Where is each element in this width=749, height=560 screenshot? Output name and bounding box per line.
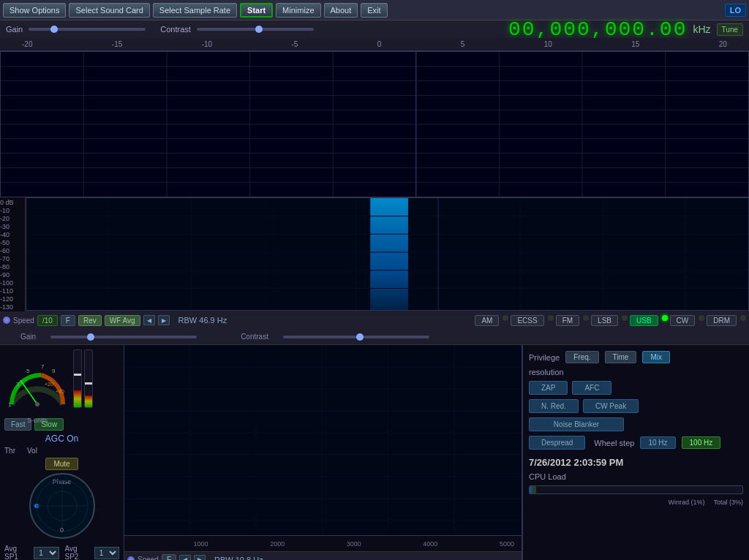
- gain-label2: Gain: [20, 333, 36, 341]
- afc-btn[interactable]: AFC: [572, 381, 611, 395]
- nred-btn[interactable]: N. Red.: [529, 399, 579, 413]
- despread-wheelstep-row: Despread Wheel step 10 Hz 100 Hz: [529, 436, 743, 450]
- left-panel: 1 3 5 7 9 +20 +40 S-units: [0, 345, 124, 560]
- contrast-slider-thumb[interactable]: [255, 26, 263, 33]
- noise-blanker-btn[interactable]: Noise Blanker: [529, 417, 624, 431]
- audio-filter-btn[interactable]: F: [162, 554, 176, 560]
- mode-drm[interactable]: DRM: [707, 315, 737, 326]
- audio-display: 1000 2000 3000 4000 5000 Speed F ◀ ▶ RBW…: [124, 345, 522, 560]
- freq-tick-m15: -15: [112, 40, 122, 48]
- audio-tick-4000: 4000: [423, 540, 437, 548]
- avg-sp2-select[interactable]: 1248: [94, 547, 119, 559]
- db-m120: -120: [0, 295, 23, 303]
- speed-knob[interactable]: [3, 317, 10, 324]
- noise-blanker-row: Noise Blanker: [529, 417, 743, 431]
- vbar1-thumb[interactable]: [73, 374, 82, 376]
- controls-row2: Gain Contrast: [0, 329, 749, 345]
- freq-btn[interactable]: Freq.: [565, 351, 598, 363]
- svg-text:9: 9: [52, 368, 56, 374]
- db-m100: -100: [0, 279, 23, 287]
- start-button[interactable]: Start: [240, 3, 273, 18]
- freq-scale-top: -20 -15 -10 -5 0 5 10 15 20: [0, 38, 749, 51]
- freq-display: 00,000,000.00 kHz Tune: [508, 18, 743, 41]
- gain-slider-thumb[interactable]: [50, 26, 58, 33]
- vbar2-thumb[interactable]: [84, 382, 93, 385]
- next-btn[interactable]: ▶: [158, 315, 170, 325]
- time-btn[interactable]: Time: [605, 351, 637, 363]
- svg-text:5: 5: [26, 368, 30, 374]
- lsb-led: [622, 315, 628, 321]
- lo-badge: LO: [725, 4, 746, 17]
- vbar1-fill: [74, 390, 81, 407]
- vbar2-fill: [85, 396, 92, 407]
- audio-tick-1000: 1000: [194, 540, 208, 548]
- audio-prev-btn[interactable]: ◀: [179, 555, 191, 561]
- am-led: [503, 315, 508, 321]
- usb-led: [662, 315, 668, 321]
- waterfall-row: 0 dB -10 -20 -30 -40 -50 -60 -70 -80 -90…: [0, 197, 749, 311]
- wheel-step-label: Wheel step: [594, 439, 634, 447]
- gain-slider2-thumb[interactable]: [87, 333, 94, 341]
- filter-btn[interactable]: F: [61, 315, 75, 326]
- about-button[interactable]: About: [324, 3, 358, 18]
- prev-btn[interactable]: ◀: [143, 315, 155, 325]
- audio-rbw-display: RBW 10.8 Hz: [214, 556, 263, 561]
- select-sound-card-button[interactable]: Select Sound Card: [69, 3, 149, 18]
- db-m30: -30: [0, 223, 23, 231]
- avg-sp1-select[interactable]: 1248: [34, 547, 59, 559]
- db-m10: -10: [0, 207, 23, 215]
- despread-btn[interactable]: Despread: [529, 436, 585, 450]
- fm-led: [583, 315, 589, 321]
- audio-tick-3000: 3000: [347, 540, 361, 548]
- minimize-button[interactable]: Minimize: [276, 3, 320, 18]
- cwpeak-btn[interactable]: CW Peak: [583, 399, 639, 413]
- gain-label: Gain: [6, 25, 23, 34]
- thr-vol-row: Thr Vol: [4, 447, 119, 455]
- s-meter: 1 3 5 7 9 +20 +40 S-units: [4, 349, 70, 415]
- svg-point-39: [35, 402, 39, 406]
- nred-cwpeak-row: N. Red. CW Peak: [529, 399, 743, 413]
- mute-row: Mute: [4, 458, 119, 470]
- mode-usb[interactable]: USB: [630, 315, 658, 326]
- phase-meter: Phase 0: [29, 473, 95, 539]
- rev-button[interactable]: Rev: [78, 315, 102, 326]
- spectrum-controls: Speed /10 F Rev WF Avg ◀ ▶ RBW 46.9 Hz A…: [0, 311, 749, 329]
- audio-scale: 1000 2000 3000 4000 5000: [124, 535, 522, 551]
- audio-speed-knob[interactable]: [127, 556, 135, 561]
- cpu-text-row: Winrad (1%) Total (3%): [529, 499, 743, 506]
- mix-btn[interactable]: Mix: [642, 351, 670, 363]
- db-m70: -70: [0, 255, 23, 263]
- spectrum-display: [0, 51, 749, 197]
- exit-button[interactable]: Exit: [361, 3, 387, 18]
- wf-avg-button[interactable]: WF Avg: [105, 315, 140, 326]
- step-10hz-btn[interactable]: 10 Hz: [640, 436, 675, 449]
- mute-button[interactable]: Mute: [45, 458, 78, 470]
- mode-lsb[interactable]: LSB: [591, 315, 618, 326]
- select-sample-rate-button[interactable]: Select Sample Rate: [153, 3, 237, 18]
- datetime-display: 7/26/2012 2:03:59 PM: [529, 457, 743, 468]
- db-m90: -90: [0, 271, 23, 279]
- drm-led: [740, 315, 746, 321]
- ecss-led: [548, 315, 554, 321]
- svg-text:+20: +20: [45, 382, 53, 387]
- audio-next-btn[interactable]: ▶: [194, 555, 206, 561]
- show-options-button[interactable]: Show Options: [3, 3, 66, 18]
- mode-ecss[interactable]: ECSS: [511, 315, 543, 326]
- svg-text:1: 1: [8, 401, 12, 408]
- wheel-step-section: Wheel step 10 Hz 100 Hz: [594, 436, 720, 449]
- db-m110: -110: [0, 287, 23, 295]
- vbar2-track: [84, 349, 93, 408]
- mode-am[interactable]: AM: [475, 315, 499, 326]
- contrast-slider2-thumb[interactable]: [356, 333, 364, 341]
- waterfall-display: [26, 197, 749, 311]
- db-m40: -40: [0, 231, 23, 239]
- audio-speed-label: Speed: [138, 556, 159, 560]
- step-100hz-btn[interactable]: 100 Hz: [682, 436, 721, 449]
- tune-button[interactable]: Tune: [717, 23, 743, 36]
- thr-label: Thr: [4, 447, 15, 455]
- mode-fm[interactable]: FM: [556, 315, 579, 326]
- zap-btn[interactable]: ZAP: [529, 381, 568, 395]
- vbar1-track: [73, 349, 82, 408]
- mode-cw[interactable]: CW: [670, 315, 696, 326]
- spectrum-section: -20 -15 -10 -5 0 5 10 15 20: [0, 38, 749, 311]
